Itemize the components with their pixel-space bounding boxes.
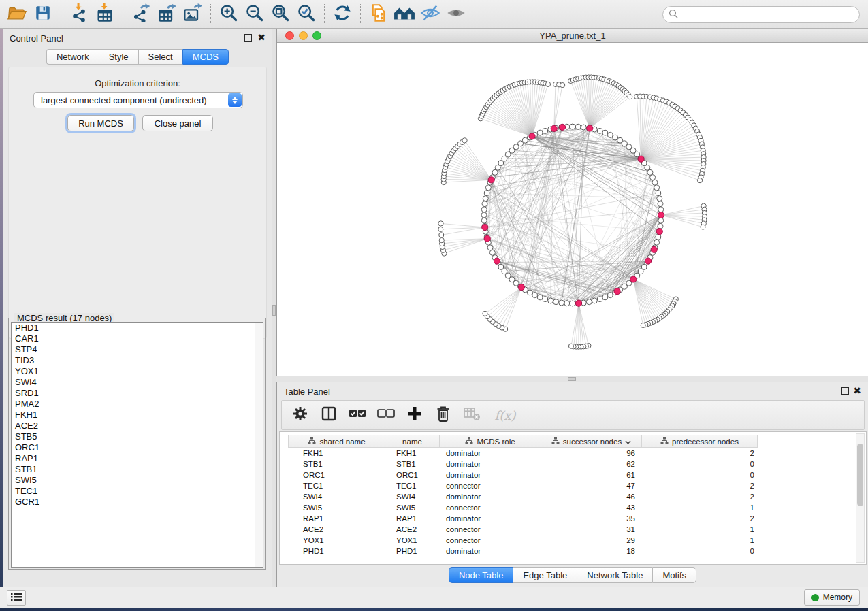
- result-node-item[interactable]: TID3: [12, 355, 263, 366]
- table-row[interactable]: ACE2ACE2connector311: [288, 524, 758, 535]
- show-all-button[interactable]: [443, 2, 469, 27]
- zoom-fit-button[interactable]: [268, 2, 293, 27]
- criterion-select[interactable]: largest connected component (undirected): [33, 92, 243, 108]
- result-node-item[interactable]: YOX1: [12, 366, 263, 377]
- tab-node-table[interactable]: Node Table: [449, 567, 513, 583]
- columns-button[interactable]: [320, 406, 338, 424]
- column-label: shared name: [319, 437, 365, 446]
- result-node-item[interactable]: STP4: [12, 344, 263, 355]
- attribute-icon: [660, 437, 669, 446]
- result-node-item[interactable]: SWI5: [12, 475, 263, 486]
- trash-icon: [436, 406, 451, 425]
- table-row[interactable]: TEC1TEC1connector472: [288, 480, 758, 491]
- deselect-all-checks-icon: [377, 408, 395, 423]
- first-neighbors-button[interactable]: [391, 2, 417, 27]
- select-stepper-icon: [228, 93, 242, 107]
- import-network-button[interactable]: [66, 2, 92, 27]
- result-node-item[interactable]: SWI4: [12, 377, 263, 388]
- table-row[interactable]: SWI5SWI5connector431: [288, 502, 758, 513]
- result-node-item[interactable]: PMA2: [12, 399, 263, 410]
- zoom-in-button[interactable]: [216, 2, 242, 27]
- result-node-item[interactable]: ACE2: [12, 420, 263, 431]
- cell-successor-nodes: 29: [541, 535, 642, 546]
- splitter-grip[interactable]: [568, 377, 576, 381]
- cell-MCDS-role: dominator: [440, 546, 541, 557]
- result-node-item[interactable]: STB1: [12, 464, 263, 475]
- trash-button[interactable]: [434, 406, 452, 424]
- mcds-result-list[interactable]: PHD1CAR1STP4TID3YOX1SWI4SRD1PMA2FKH1ACE2…: [11, 322, 263, 568]
- column-header-shared-name[interactable]: shared name: [288, 435, 385, 448]
- result-node-item[interactable]: SRD1: [12, 388, 263, 399]
- search-box[interactable]: [662, 6, 860, 23]
- add-plus-button[interactable]: [406, 406, 423, 424]
- copy-share-icon: [369, 3, 388, 25]
- copy-share-button[interactable]: [366, 2, 391, 27]
- run-mcds-button[interactable]: Run MCDS: [67, 115, 134, 131]
- table-row[interactable]: PHD1PHD1dominator180: [288, 546, 758, 557]
- zoom-out-button[interactable]: [242, 2, 268, 27]
- refresh-layout-button[interactable]: [329, 2, 355, 27]
- result-node-item[interactable]: GCR1: [12, 497, 263, 508]
- float-window-icon[interactable]: [841, 387, 849, 395]
- table-row[interactable]: RAP1RAP1dominator352: [288, 513, 758, 524]
- table-row[interactable]: YOX1YOX1connector291: [288, 535, 758, 546]
- open-file-button[interactable]: [4, 2, 30, 27]
- tab-motifs[interactable]: Motifs: [652, 567, 696, 583]
- memory-button[interactable]: Memory: [804, 589, 860, 606]
- table-scrollbar-thumb[interactable]: [857, 444, 863, 506]
- cell-MCDS-role: connector: [440, 524, 541, 535]
- tab-network-table[interactable]: Network Table: [577, 567, 652, 583]
- splitter-grip[interactable]: [272, 305, 276, 316]
- tab-edge-table[interactable]: Edge Table: [513, 567, 577, 583]
- result-node-item[interactable]: RAP1: [12, 453, 263, 464]
- result-node-item[interactable]: FKH1: [12, 410, 263, 420]
- result-node-item[interactable]: TEC1: [12, 486, 263, 497]
- close-window-icon[interactable]: ✖: [257, 33, 266, 42]
- close-panel-button[interactable]: Close panel: [142, 115, 213, 131]
- export-network-icon: [131, 3, 150, 25]
- hide-selected-button[interactable]: [417, 2, 443, 27]
- cell-shared-name: SWI5: [288, 502, 385, 513]
- cell-MCDS-role: dominator: [440, 513, 541, 524]
- column-header-name[interactable]: name: [385, 435, 440, 448]
- result-node-item[interactable]: STB5: [12, 431, 263, 442]
- network-window-titlebar[interactable]: YPA_prune.txt_1: [277, 29, 868, 43]
- horizontal-splitter[interactable]: [276, 376, 868, 382]
- gear-button[interactable]: [291, 406, 309, 424]
- show-panels-button[interactable]: [7, 590, 26, 606]
- tab-mcds[interactable]: MCDS: [182, 49, 229, 65]
- network-graph[interactable]: [277, 44, 868, 376]
- cell-successor-nodes: 31: [541, 524, 642, 535]
- close-window-icon[interactable]: ✖: [853, 386, 861, 395]
- cell-successor-nodes: 47: [541, 480, 642, 491]
- export-image-button[interactable]: [180, 2, 206, 27]
- zoom-selected-button[interactable]: [293, 2, 319, 27]
- column-header-predecessor-nodes[interactable]: predecessor nodes: [642, 435, 758, 448]
- result-node-item[interactable]: PHD1: [12, 323, 263, 333]
- column-header-successor-nodes[interactable]: successor nodes: [541, 435, 642, 448]
- import-table-button[interactable]: [92, 2, 118, 27]
- table-row[interactable]: ORC1ORC1dominator610: [288, 469, 758, 480]
- table-row[interactable]: FKH1FKH1dominator962: [288, 448, 758, 459]
- table-row[interactable]: STB1STB1dominator620: [288, 459, 758, 469]
- save-session-button[interactable]: [30, 2, 56, 27]
- table-row[interactable]: SWI4SWI4dominator462: [288, 491, 758, 502]
- search-icon: [669, 9, 678, 21]
- export-table-button[interactable]: [154, 2, 180, 27]
- result-node-item[interactable]: CAR1: [12, 333, 263, 344]
- cell-MCDS-role: dominator: [440, 469, 541, 480]
- result-node-item[interactable]: ORC1: [12, 442, 263, 453]
- float-window-icon[interactable]: [244, 34, 252, 42]
- tab-style[interactable]: Style: [99, 49, 138, 65]
- table-scrollbar[interactable]: [856, 433, 865, 563]
- column-header-MCDS-role[interactable]: MCDS role: [440, 435, 541, 448]
- export-network-button[interactable]: [128, 2, 154, 27]
- tab-network[interactable]: Network: [46, 49, 99, 65]
- column-label: MCDS role: [477, 437, 515, 446]
- search-input[interactable]: [678, 10, 841, 20]
- deselect-all-checks-button[interactable]: [377, 406, 395, 424]
- tab-select[interactable]: Select: [138, 49, 182, 65]
- cell-successor-nodes: 43: [541, 502, 642, 513]
- select-all-checks-button[interactable]: [349, 406, 366, 424]
- result-list-scrollbar[interactable]: [255, 323, 263, 567]
